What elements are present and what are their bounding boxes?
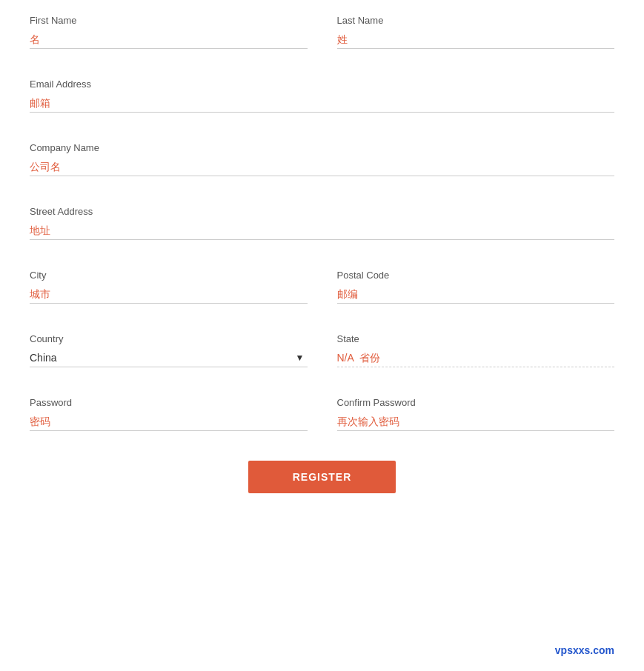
confirm-password-group: Confirm Password (337, 397, 615, 431)
email-group: Email Address (30, 79, 614, 113)
confirm-password-input[interactable] (337, 413, 615, 431)
city-postal-row: City Postal Code (30, 270, 614, 304)
postal-code-label: Postal Code (337, 270, 615, 281)
state-label: State (337, 333, 615, 344)
country-group: Country China United States United Kingd… (30, 333, 308, 367)
postal-code-input[interactable] (337, 285, 615, 304)
city-label: City (30, 270, 308, 281)
postal-code-group: Postal Code (337, 270, 615, 304)
street-address-input[interactable] (30, 221, 614, 240)
country-state-row: Country China United States United Kingd… (30, 333, 614, 367)
company-name-label: Company Name (30, 142, 614, 153)
company-name-input[interactable] (30, 158, 614, 176)
password-row: Password Confirm Password (30, 397, 614, 431)
email-row: Email Address (30, 79, 614, 113)
city-group: City (30, 270, 308, 304)
company-name-group: Company Name (30, 142, 614, 176)
city-input[interactable] (30, 285, 308, 304)
last-name-input[interactable] (337, 30, 615, 49)
state-group: State (337, 333, 615, 367)
email-label: Email Address (30, 79, 614, 90)
first-name-input[interactable] (30, 30, 308, 49)
country-label: Country (30, 333, 308, 344)
street-address-label: Street Address (30, 206, 614, 217)
country-select[interactable]: China United States United Kingdom Japan… (30, 349, 308, 367)
company-row: Company Name (30, 142, 614, 176)
watermark: vpsxxs.com (555, 644, 614, 656)
street-address-group: Street Address (30, 206, 614, 240)
first-name-group: First Name (30, 15, 308, 49)
password-label: Password (30, 397, 308, 408)
country-select-wrapper: China United States United Kingdom Japan… (30, 349, 308, 367)
first-name-label: First Name (30, 15, 308, 26)
email-input[interactable] (30, 94, 614, 113)
password-input[interactable] (30, 413, 308, 431)
registration-form: First Name Last Name Email Address Compa… (0, 0, 644, 538)
street-row: Street Address (30, 206, 614, 240)
state-input[interactable] (337, 349, 615, 367)
last-name-label: Last Name (337, 15, 615, 26)
password-group: Password (30, 397, 308, 431)
name-row: First Name Last Name (30, 15, 614, 49)
confirm-password-label: Confirm Password (337, 397, 615, 408)
register-button[interactable]: REGISTER (248, 461, 396, 493)
last-name-group: Last Name (337, 15, 615, 49)
